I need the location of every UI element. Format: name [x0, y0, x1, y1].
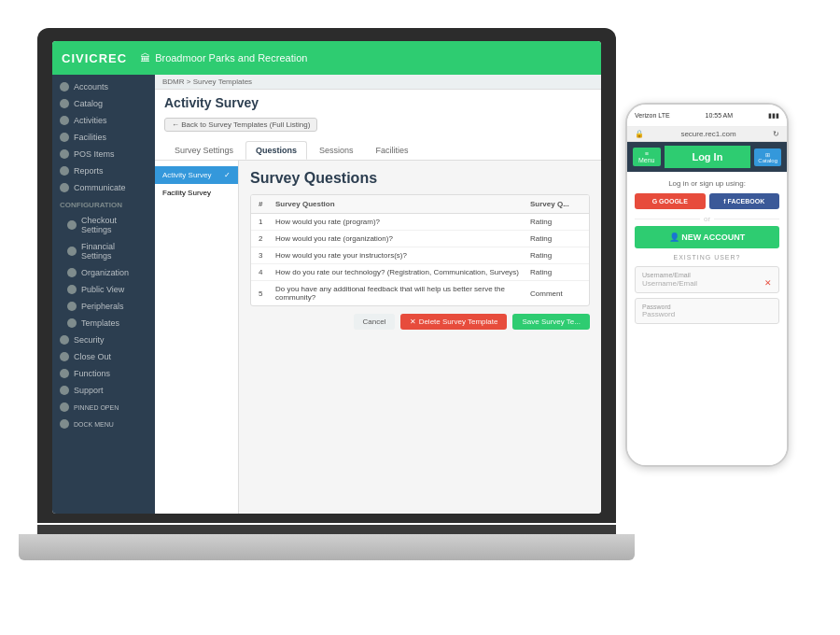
sidebar-item-checkout[interactable]: Checkout Settings [52, 212, 155, 238]
functions-icon [60, 369, 69, 378]
laptop-hinge [37, 525, 616, 534]
phone-social-buttons: G GOOGLE f FACEBOOK [635, 193, 779, 209]
google-login-button[interactable]: G GOOGLE [635, 193, 706, 209]
sidebar-item-functions[interactable]: Functions [52, 365, 155, 382]
laptop-base [19, 534, 635, 560]
username-input-group[interactable]: Username/Email Username/Email ✕ [635, 266, 779, 293]
phone-status-bar: Verizon LTE 10:55 AM ▮▮▮ [627, 105, 787, 127]
password-input-group[interactable]: Password Password [635, 298, 779, 324]
phone-body: Verizon LTE 10:55 AM ▮▮▮ 🔒 secure.rec1.c… [625, 103, 789, 467]
dock-icon [60, 419, 69, 429]
checkmark-icon: ✓ [224, 171, 231, 179]
sidebar-item-public[interactable]: Public View [52, 281, 155, 298]
facilities-icon [60, 133, 69, 142]
survey-list-item-facility[interactable]: Facility Survey [155, 184, 238, 202]
new-account-button[interactable]: 👤 NEW ACCOUNT [635, 226, 779, 248]
sidebar-item-reports[interactable]: Reports [52, 162, 155, 179]
sidebar: Accounts Catalog Activities Facilit [52, 75, 155, 514]
clear-icon[interactable]: ✕ [764, 278, 772, 288]
cart-icon [60, 99, 69, 108]
facebook-login-button[interactable]: f FACEBOOK [709, 193, 780, 209]
tab-facilities[interactable]: Facilities [366, 141, 419, 160]
questions-table: # Survey Question Survey Q... 1 How woul… [250, 194, 590, 306]
phone-header: ≡ Menu Log In ⊞ Catalog [627, 142, 787, 172]
sidebar-item-facilities[interactable]: Facilities [52, 129, 155, 146]
sidebar-item-communicate[interactable]: Communicate [52, 179, 155, 196]
table-header: # Survey Question Survey Q... [251, 195, 589, 214]
table-row: 2 How would you rate (organization)? Rat… [251, 231, 589, 247]
support-icon [60, 386, 69, 395]
communicate-icon [60, 183, 69, 192]
phone-screen: Log in or sign up using: G GOOGLE f FACE… [627, 172, 787, 467]
battery-icon: ▮▮▮ [768, 112, 779, 120]
reload-icon: ↻ [773, 130, 779, 138]
survey-list-item-activity[interactable]: Activity Survey ✓ [155, 166, 238, 184]
tab-questions[interactable]: Questions [245, 141, 307, 160]
content-area: BDMR > Survey Templates Activity Survey … [155, 75, 601, 514]
sidebar-item-peripherals[interactable]: Peripherals [52, 298, 155, 315]
save-survey-button[interactable]: Save Survey Te... [512, 314, 590, 330]
password-label: Password [642, 303, 772, 310]
sidebar-item-pinned[interactable]: PINNED OPEN [52, 399, 155, 416]
carrier-label: Verizon LTE [635, 112, 670, 119]
laptop-screen: CIVICREC 🏛 Broadmoor Parks and Recreatio… [52, 41, 601, 514]
tab-sessions[interactable]: Sessions [309, 141, 364, 160]
back-button[interactable]: ← Back to Survey Templates (Full Listing… [164, 118, 317, 132]
app-header: CIVICREC 🏛 Broadmoor Parks and Recreatio… [52, 41, 601, 75]
catalog-icon: ⊞ [758, 151, 777, 158]
phone-login-subtitle: Log in or sign up using: [635, 179, 779, 188]
survey-list-panel: Activity Survey ✓ Facility Survey [155, 161, 239, 514]
sidebar-item-security[interactable]: Security [52, 332, 155, 348]
content-body: Activity Survey ✓ Facility Survey Survey… [155, 161, 601, 514]
app-logo: CIVICREC [62, 51, 127, 65]
phone-menu-button[interactable]: ≡ Menu [633, 148, 661, 166]
closeout-icon [60, 352, 69, 361]
password-input[interactable]: Password [642, 310, 772, 318]
reports-icon [60, 166, 69, 176]
cancel-button[interactable]: Cancel [354, 314, 396, 330]
phone-catalog-button[interactable]: ⊞ Catalog [754, 148, 781, 166]
table-row: 3 How would you rate your instructors(s)… [251, 247, 589, 264]
phone: Verizon LTE 10:55 AM ▮▮▮ 🔒 secure.rec1.c… [625, 103, 789, 467]
user-icon [60, 82, 69, 92]
sidebar-section-config: Configuration [52, 198, 155, 212]
clock-label: 10:55 AM [706, 112, 734, 119]
templates-icon [67, 318, 77, 328]
content-header: Activity Survey ← Back to Survey Templat… [155, 90, 601, 161]
activities-icon [60, 116, 69, 125]
sidebar-item-catalog[interactable]: Catalog [52, 95, 155, 112]
public-icon [67, 285, 77, 294]
tab-bar: Survey Settings Questions Sessions Facil… [164, 141, 592, 160]
breadcrumb: BDMR > Survey Templates [155, 75, 601, 90]
laptop-body: CIVICREC 🏛 Broadmoor Parks and Recreatio… [37, 28, 616, 523]
sidebar-item-support[interactable]: Support [52, 382, 155, 399]
checkout-icon [67, 220, 77, 230]
page-title: Activity Survey [164, 95, 592, 110]
sidebar-item-org[interactable]: Organization [52, 264, 155, 281]
financial-icon [67, 247, 77, 256]
sidebar-item-financial[interactable]: Financial Settings [52, 238, 155, 264]
peripherals-icon [67, 302, 77, 311]
scene: CIVICREC 🏛 Broadmoor Parks and Recreatio… [0, 0, 840, 635]
username-label: Username/Email [642, 272, 772, 278]
phone-login-title: Log In [665, 146, 751, 168]
table-row: 1 How would you rate (program)? Rating [251, 214, 589, 231]
panel-title: Survey Questions [250, 170, 590, 187]
existing-user-label: EXISTING USER? [635, 254, 779, 261]
sidebar-item-activities[interactable]: Activities [52, 112, 155, 129]
username-input[interactable]: Username/Email [642, 279, 697, 288]
building-icon: 🏛 [140, 52, 150, 64]
sidebar-item-accounts[interactable]: Accounts [52, 78, 155, 95]
main-panel: Survey Questions # Survey Question Surve… [239, 161, 601, 514]
app-org: 🏛 Broadmoor Parks and Recreation [140, 52, 307, 64]
sidebar-item-closeout[interactable]: Close Out [52, 348, 155, 365]
sidebar-item-templates[interactable]: Templates [52, 315, 155, 332]
sidebar-item-dock[interactable]: DOCK MENU [52, 416, 155, 432]
tab-survey-settings[interactable]: Survey Settings [164, 141, 244, 160]
sidebar-item-pos[interactable]: POS Items [52, 146, 155, 162]
delete-survey-button[interactable]: ✕ Delete Survey Template [400, 314, 507, 330]
laptop: CIVICREC 🏛 Broadmoor Parks and Recreatio… [37, 28, 616, 570]
hamburger-icon: ≡ [638, 150, 655, 157]
or-divider: or [635, 215, 779, 223]
security-icon [60, 335, 69, 345]
